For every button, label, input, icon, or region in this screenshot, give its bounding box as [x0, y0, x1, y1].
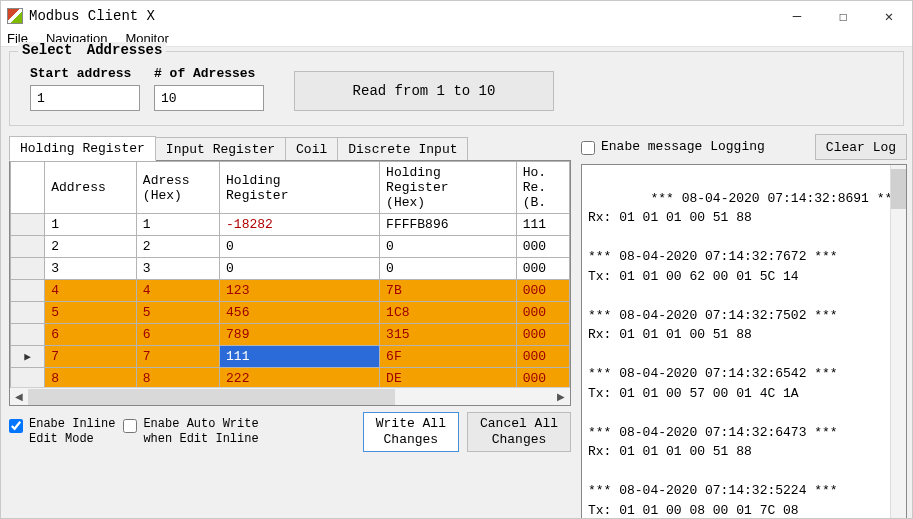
log-textbox[interactable]: *** 08-04-2020 07:14:32:8691 *** Rx: 01 …	[581, 164, 907, 519]
start-address-label: Start address	[30, 66, 140, 81]
cell[interactable]: 1C8	[380, 302, 517, 324]
tab-holding-register[interactable]: Holding Register	[9, 136, 156, 161]
table-row[interactable]: 3300000	[11, 258, 570, 280]
col-holding[interactable]: Holding Register	[220, 162, 380, 214]
col-address-hex[interactable]: Adress (Hex)	[136, 162, 219, 214]
col-address[interactable]: Address	[45, 162, 137, 214]
cell[interactable]: 111	[220, 346, 380, 368]
maximize-button[interactable]: ☐	[820, 1, 866, 31]
col-selector[interactable]	[11, 162, 45, 214]
close-button[interactable]: ✕	[866, 1, 912, 31]
cell[interactable]: 222	[220, 368, 380, 388]
cell[interactable]: 5	[136, 302, 219, 324]
write-all-button[interactable]: Write All Changes	[363, 412, 459, 452]
cell[interactable]: 6	[45, 324, 137, 346]
cell[interactable]: ▶	[11, 346, 45, 368]
clear-log-button[interactable]: Clear Log	[815, 134, 907, 160]
cell[interactable]: 3	[136, 258, 219, 280]
cell[interactable]: DE	[380, 368, 517, 388]
cell[interactable]: 000	[516, 368, 569, 388]
auto-write-checkbox[interactable]: Enabe Auto Write when Edit Inline	[123, 417, 258, 447]
log-content: *** 08-04-2020 07:14:32:8691 *** Rx: 01 …	[588, 191, 900, 520]
table-row[interactable]: ▶771116F000	[11, 346, 570, 368]
cell[interactable]: 8	[136, 368, 219, 388]
start-address-input[interactable]	[30, 85, 140, 111]
cell[interactable]: -18282	[220, 214, 380, 236]
cell[interactable]: 315	[380, 324, 517, 346]
col-holding-bin[interactable]: Ho. Re. (B.	[516, 162, 569, 214]
cell[interactable]	[11, 368, 45, 388]
inline-edit-checkbox[interactable]: Enabe Inline Edit Mode	[9, 417, 115, 447]
table-row[interactable]: 11-18282FFFFB896111	[11, 214, 570, 236]
cell[interactable]: 000	[516, 324, 569, 346]
register-grid[interactable]: Address Adress (Hex) Holding Register Ho…	[9, 160, 571, 406]
cell[interactable]: 000	[516, 346, 569, 368]
cell[interactable]: 7	[45, 346, 137, 368]
cell[interactable]: 000	[516, 258, 569, 280]
cell[interactable]: 2	[45, 236, 137, 258]
tab-input-register[interactable]: Input Register	[155, 137, 286, 161]
cell[interactable]: 2	[136, 236, 219, 258]
cell[interactable]	[11, 280, 45, 302]
cell[interactable]: 111	[516, 214, 569, 236]
cell[interactable]: FFFFB896	[380, 214, 517, 236]
app-icon	[7, 8, 23, 24]
minimize-button[interactable]: —	[774, 1, 820, 31]
cell[interactable]	[11, 214, 45, 236]
grid-horizontal-scrollbar[interactable]: ◀ ▶	[10, 387, 570, 405]
log-vertical-scrollbar[interactable]	[890, 165, 906, 519]
message-logging-checkbox[interactable]: Enabe message Logging	[581, 139, 765, 155]
tab-coil[interactable]: Coil	[285, 137, 338, 161]
cell[interactable]	[11, 258, 45, 280]
cell[interactable]: 0	[220, 258, 380, 280]
cell[interactable]: 1	[45, 214, 137, 236]
cell[interactable]	[11, 324, 45, 346]
cell[interactable]: 000	[516, 236, 569, 258]
window-title: Modbus Client X	[29, 8, 155, 24]
table-row[interactable]: 66789315000	[11, 324, 570, 346]
select-addresses-group: Select Addresses Start address # of Adre…	[9, 51, 904, 126]
title-bar: Modbus Client X — ☐ ✕	[1, 1, 912, 31]
window-controls: — ☐ ✕	[774, 1, 912, 31]
cell[interactable]: 456	[220, 302, 380, 324]
cell[interactable]: 0	[380, 258, 517, 280]
table-row[interactable]: 88222DE000	[11, 368, 570, 388]
scroll-left-icon[interactable]: ◀	[10, 389, 28, 405]
cell[interactable]: 3	[45, 258, 137, 280]
cell[interactable]: 4	[136, 280, 219, 302]
cell[interactable]: 4	[45, 280, 137, 302]
cell[interactable]: 7B	[380, 280, 517, 302]
cell[interactable]	[11, 236, 45, 258]
table-row[interactable]: 441237B000	[11, 280, 570, 302]
cell[interactable]: 1	[136, 214, 219, 236]
cell[interactable]	[11, 302, 45, 324]
scroll-right-icon[interactable]: ▶	[552, 389, 570, 405]
cell[interactable]: 5	[45, 302, 137, 324]
cell[interactable]: 123	[220, 280, 380, 302]
cell[interactable]: 6F	[380, 346, 517, 368]
cell[interactable]: 0	[380, 236, 517, 258]
cell[interactable]: 000	[516, 302, 569, 324]
count-label: # of Adresses	[154, 66, 264, 81]
register-tabs: Holding Register Input Register Coil Dis…	[9, 134, 571, 160]
group-legend: Select Addresses	[18, 42, 166, 58]
cell[interactable]: 0	[220, 236, 380, 258]
table-row[interactable]: 554561C8000	[11, 302, 570, 324]
cell[interactable]: 8	[45, 368, 137, 388]
cancel-all-button[interactable]: Cancel All Changes	[467, 412, 571, 452]
cell[interactable]: 789	[220, 324, 380, 346]
tab-discrete-input[interactable]: Discrete Input	[337, 137, 468, 161]
col-holding-hex[interactable]: Holding Register (Hex)	[380, 162, 517, 214]
cell[interactable]: 6	[136, 324, 219, 346]
address-count-input[interactable]	[154, 85, 264, 111]
cell[interactable]: 7	[136, 346, 219, 368]
table-row[interactable]: 2200000	[11, 236, 570, 258]
cell[interactable]: 000	[516, 280, 569, 302]
read-button[interactable]: Read from 1 to 10	[294, 71, 554, 111]
